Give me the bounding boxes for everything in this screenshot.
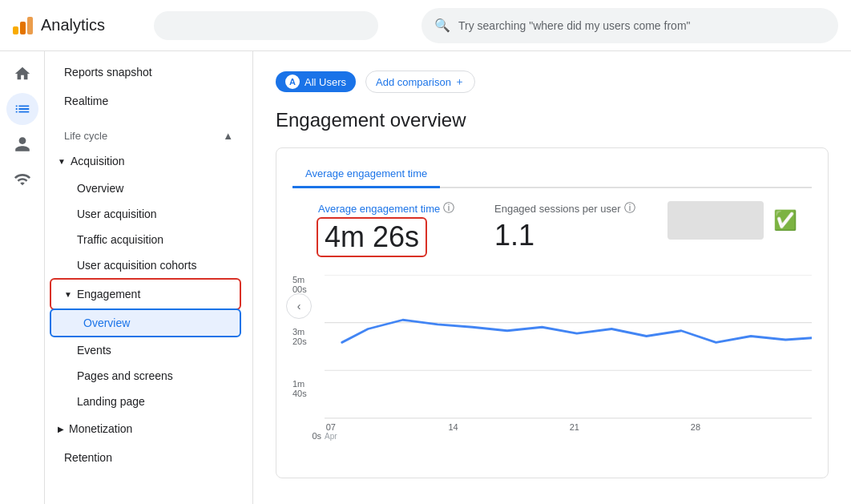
y-label-3m20: 3m 20s bbox=[292, 327, 321, 346]
acquisition-children: Overview User acquisition Traffic acquis… bbox=[45, 175, 252, 278]
person-icon[interactable] bbox=[6, 128, 38, 160]
add-comparison-button[interactable]: Add comparison ＋ bbox=[365, 71, 475, 93]
sidebar-item-events[interactable]: Events bbox=[45, 337, 252, 363]
engagement-children: Overview Events Pages and screens Landin… bbox=[45, 310, 252, 414]
chart-prev-button[interactable]: ‹ bbox=[286, 293, 312, 319]
home-icon[interactable] bbox=[6, 58, 38, 90]
main-content: A All Users Add comparison ＋ Engagement … bbox=[253, 51, 851, 504]
metric-check-icon: ✅ bbox=[773, 209, 797, 232]
x-label-21: 21 bbox=[570, 422, 579, 441]
chevron-up-icon: ▲ bbox=[223, 130, 233, 142]
expand-icon-engagement: ▼ bbox=[64, 290, 72, 299]
sidebar-item-eng-overview[interactable]: Overview bbox=[51, 310, 240, 336]
search-icon: 🔍 bbox=[434, 18, 450, 33]
card-tabs: Average engagement time bbox=[292, 161, 812, 188]
metric2-value: 1.1 bbox=[494, 219, 534, 252]
sidebar-item-user-acquisition-cohorts[interactable]: User acquisition cohorts bbox=[45, 252, 252, 278]
bar-chart-icon[interactable] bbox=[6, 93, 38, 125]
plus-icon: ＋ bbox=[454, 75, 465, 89]
content-header: A All Users Add comparison ＋ bbox=[276, 71, 829, 93]
chart-x-labels: 07 Apr 14 21 28 bbox=[325, 419, 812, 441]
sidebar-item-acq-overview[interactable]: Overview bbox=[45, 175, 252, 201]
metric2-info-icon[interactable]: ⓘ bbox=[624, 201, 635, 216]
metric1-value-box: 4m 26s bbox=[318, 219, 426, 256]
logo-bar-3 bbox=[27, 17, 33, 34]
topbar: Analytics 🔍 Try searching "where did my … bbox=[0, 0, 851, 51]
metric1-value: 4m 26s bbox=[325, 220, 419, 253]
logo-area: Analytics bbox=[13, 16, 141, 34]
expand-icon-monetization: ▶ bbox=[58, 425, 64, 433]
all-users-badge[interactable]: A All Users bbox=[276, 71, 356, 92]
y-label-0s: 0s bbox=[312, 431, 321, 441]
signal-icon[interactable] bbox=[6, 163, 38, 196]
engagement-card: Average engagement time ‹ Average engage… bbox=[276, 147, 829, 478]
metric-engaged-sessions: Engaged sessions per user ⓘ 1.1 bbox=[494, 201, 635, 252]
tab-avg-engagement[interactable]: Average engagement time bbox=[292, 161, 440, 188]
sidebar: Reports snapshot Realtime Life cycle ▲ ▼… bbox=[45, 51, 253, 504]
analytics-logo-icon bbox=[13, 17, 33, 34]
metric-blurred-value bbox=[667, 201, 764, 240]
page-title: Engagement overview bbox=[276, 109, 829, 131]
account-pill[interactable] bbox=[154, 11, 378, 40]
x-label-07: 07 Apr bbox=[325, 422, 337, 441]
search-placeholder: Try searching "where did my users come f… bbox=[458, 19, 691, 32]
icon-rail bbox=[0, 51, 45, 504]
all-users-avatar: A bbox=[285, 75, 300, 89]
sidebar-item-pages-and-screens[interactable]: Pages and screens bbox=[45, 363, 252, 389]
chart-area: 5m 00s 3m 20s 1m 40s 0s bbox=[292, 275, 812, 465]
x-label-28: 28 bbox=[691, 422, 700, 441]
sidebar-item-landing-page[interactable]: Landing page bbox=[45, 389, 252, 414]
metric2-label: Engaged sessions per user ⓘ bbox=[494, 201, 635, 216]
sidebar-section-monetization[interactable]: ▶ Monetization bbox=[45, 414, 252, 443]
metric-blurred: ✅ bbox=[667, 201, 797, 240]
lifecycle-header[interactable]: Life cycle ▲ bbox=[45, 122, 252, 147]
metric1-label: Average engagement time ⓘ bbox=[318, 201, 462, 216]
y-label-1m40: 1m 40s bbox=[292, 379, 321, 398]
expand-icon-acquisition: ▼ bbox=[58, 157, 66, 166]
metric-avg-engagement: Average engagement time ⓘ 4m 26s bbox=[318, 201, 462, 256]
sidebar-item-realtime[interactable]: Realtime bbox=[45, 87, 252, 115]
x-label-14: 14 bbox=[448, 422, 458, 441]
sidebar-section-acquisition[interactable]: ▼ Acquisition bbox=[45, 147, 252, 175]
metric1-info-icon[interactable]: ⓘ bbox=[443, 201, 454, 216]
logo-bar-2 bbox=[20, 22, 26, 34]
sidebar-item-user-acquisition[interactable]: User acquisition bbox=[45, 201, 252, 227]
sidebar-item-reports-snapshot[interactable]: Reports snapshot bbox=[45, 58, 252, 87]
sidebar-section-engagement[interactable]: ▼ Engagement bbox=[51, 280, 240, 308]
line-chart bbox=[325, 275, 812, 419]
y-label-5m: 5m 00s bbox=[292, 275, 321, 294]
metrics-row: Average engagement time ⓘ 4m 26s Engaged… bbox=[292, 201, 812, 256]
main-layout: Reports snapshot Realtime Life cycle ▲ ▼… bbox=[0, 51, 851, 504]
sidebar-item-retention[interactable]: Retention bbox=[45, 443, 252, 472]
search-bar[interactable]: 🔍 Try searching "where did my users come… bbox=[421, 8, 838, 43]
app-title: Analytics bbox=[41, 16, 105, 34]
logo-bar-1 bbox=[13, 26, 18, 34]
sidebar-item-traffic-acquisition[interactable]: Traffic acquisition bbox=[45, 227, 252, 252]
